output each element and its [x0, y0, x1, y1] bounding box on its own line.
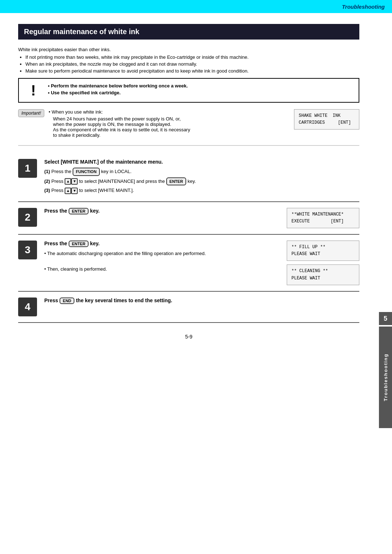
step-3-title: Press the ENTER key. — [44, 241, 279, 247]
step-1-row: 1 Select [WHITE MAINT.] of the maintenan… — [18, 153, 359, 202]
step-3-lcd1: ** FILL UP ** PLEASE WAIT — [287, 241, 359, 261]
step-4-row: 4 Press END the key several times to end… — [18, 292, 359, 323]
important-text: • When you use white ink: When 24 hours … — [49, 109, 285, 138]
important-content: • When you use white ink: When 24 hours … — [49, 109, 359, 138]
end-key: END — [60, 297, 74, 304]
step-1-number: 1 — [18, 159, 37, 178]
warning-box: ! • Perform the maintenance below before… — [18, 78, 359, 103]
enter-key-1: ENTER — [166, 177, 186, 186]
top-bar-title: Troubleshooting — [342, 4, 385, 10]
top-bar: Troubleshooting — [0, 0, 392, 13]
step-2-number: 2 — [18, 208, 37, 227]
bullet-1: If not printing more than two weeks, whi… — [25, 54, 359, 60]
step-2-title: Press the ENTER key. — [44, 208, 279, 214]
step-4-number: 4 — [18, 297, 37, 316]
up-down-keys-2: ▲▼ — [65, 188, 78, 194]
step-3-content: Press the ENTER key. • The automatic dis… — [44, 241, 279, 274]
important-lcd: SHAKE WHITE INK CARTRIDGES [ENT] — [294, 109, 359, 130]
warning-text: • Perform the maintenance below before w… — [48, 83, 188, 97]
bullet-3: Make sure to perform periodical maintena… — [25, 68, 359, 74]
section-heading: Regular maintenance of white ink — [18, 24, 359, 40]
important-box: Important! • When you use white ink: Whe… — [18, 109, 359, 146]
step-3-body: • The automatic discharging operation an… — [44, 250, 279, 273]
right-tab-number: 5 — [379, 312, 392, 325]
step-3-lcd2: ** CLEANING ** PLEASE WAIT — [287, 264, 359, 285]
important-note-body: When 24 hours have passed with the power… — [53, 116, 285, 138]
right-tab: Troubleshooting — [379, 327, 392, 428]
step-1-content: Select [WHITE MAINT.] of the maintenance… — [44, 159, 359, 196]
important-badge: Important! — [18, 109, 44, 117]
warning-bullet-1: • Perform the maintenance below before w… — [48, 83, 188, 89]
page-number: 5-9 — [18, 334, 359, 340]
up-down-keys-1: ▲▼ — [65, 178, 78, 185]
step-2-lcd: **WHITE MAINTENANCE* EXECUTE [ENT] — [287, 208, 359, 228]
step-4-title: Press END the key several times to end t… — [44, 297, 359, 304]
intro-text: White ink precipitates easier than other… — [18, 47, 359, 52]
step-2-content: Press the ENTER key. — [44, 208, 279, 217]
step-1-title: Select [WHITE MAINT.] of the maintenance… — [44, 159, 359, 165]
step-3-lcds: ** FILL UP ** PLEASE WAIT ** CLEANING **… — [287, 241, 359, 285]
step-2-row: 2 Press the ENTER key. **WHITE MAINTENAN… — [18, 202, 359, 235]
right-tab-label: Troubleshooting — [383, 353, 388, 401]
enter-key-3: ENTER — [69, 241, 89, 247]
function-key: FUNCTION — [73, 168, 100, 176]
step-4-content: Press END the key several times to end t… — [44, 297, 359, 307]
step-3-number: 3 — [18, 241, 37, 259]
warning-bullet-2: • Use the specified ink cartridge. — [48, 90, 188, 95]
step-1-body: (1) Press the FUNCTION key in LOCAL. (2)… — [44, 168, 359, 194]
step-3-row: 3 Press the ENTER key. • The automatic d… — [18, 235, 359, 292]
intro-bullets: If not printing more than two weeks, whi… — [25, 54, 359, 74]
bullet-2: When an ink precipitates, the nozzle may… — [25, 61, 359, 67]
main-content: Regular maintenance of white ink White i… — [0, 13, 392, 350]
enter-key-2: ENTER — [69, 208, 89, 214]
warning-icon: ! — [25, 83, 42, 98]
